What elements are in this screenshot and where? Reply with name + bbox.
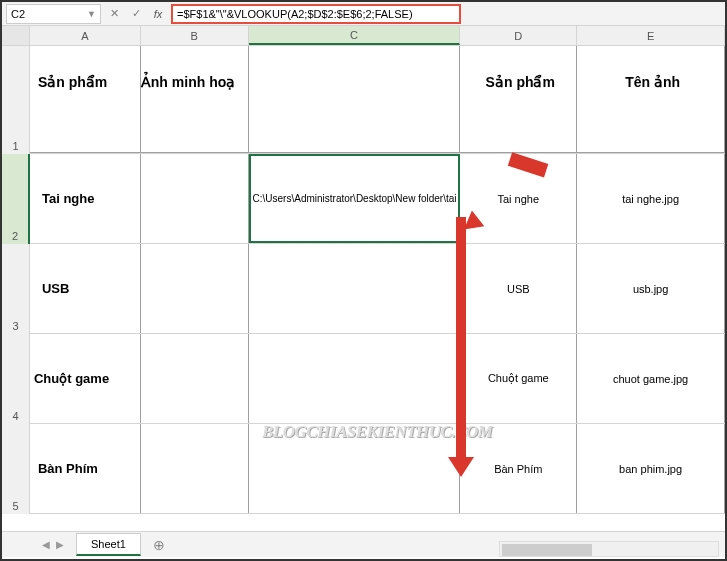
col-header-E[interactable]: E: [577, 26, 725, 45]
cell-B4[interactable]: [141, 334, 249, 423]
cell-B2[interactable]: [141, 154, 249, 243]
table-row: 3 USB USB usb.jpg: [2, 244, 725, 334]
cell-B5[interactable]: [141, 424, 249, 513]
cell-C2[interactable]: C:\Users\Administrator\Desktop\New folde…: [249, 154, 461, 243]
table-row: 5 Bàn Phím Bàn Phím ban phim.jpg: [2, 424, 725, 514]
cell-A1[interactable]: Sản phẩm: [30, 46, 141, 153]
cancel-icon[interactable]: ✕: [105, 5, 123, 23]
grid-rows: 1 Sản phẩm Ảnh minh hoạ Sản phẩm Tên ảnh…: [2, 46, 725, 529]
table-row: 4 Chuột game Chuột game chuot game.jpg: [2, 334, 725, 424]
table-row: 2 Tai nghe C:\Users\Administrator\Deskto…: [2, 154, 725, 244]
chevron-down-icon[interactable]: ▼: [87, 9, 96, 19]
scrollbar-thumb[interactable]: [502, 544, 592, 556]
row-header-1[interactable]: 1: [2, 46, 30, 154]
cell-D5[interactable]: Bàn Phím: [460, 424, 577, 513]
table-row: 1 Sản phẩm Ảnh minh hoạ Sản phẩm Tên ảnh: [2, 46, 725, 154]
cell-E4[interactable]: chuot game.jpg: [577, 334, 725, 423]
cell-B3[interactable]: [141, 244, 249, 333]
arrow-head-icon: [448, 457, 474, 477]
name-box[interactable]: C2 ▼: [6, 4, 101, 24]
select-all-corner[interactable]: [2, 26, 30, 45]
cell-D4[interactable]: Chuột game: [460, 334, 577, 423]
sheet-tab[interactable]: Sheet1: [76, 533, 141, 556]
fill-handle[interactable]: [455, 238, 460, 243]
formula-input[interactable]: =$F$1&"\"&VLOOKUP(A2;$D$2:$E$6;2;FALSE): [171, 4, 461, 24]
col-header-B[interactable]: B: [141, 26, 249, 45]
add-sheet-button[interactable]: ⊕: [149, 535, 169, 555]
enter-icon[interactable]: ✓: [127, 5, 145, 23]
cell-E3[interactable]: usb.jpg: [577, 244, 725, 333]
spreadsheet-grid: A B C D E 1 Sản phẩm Ảnh minh hoạ Sản ph…: [2, 26, 725, 529]
col-header-C[interactable]: C: [249, 26, 461, 45]
cell-C3[interactable]: [249, 244, 461, 333]
fx-icon[interactable]: fx: [149, 5, 167, 23]
row-header-3[interactable]: 3: [2, 244, 30, 334]
cell-value: C:\Users\Administrator\Desktop\New folde…: [253, 193, 457, 204]
horizontal-scrollbar[interactable]: [499, 541, 719, 557]
cell-C5[interactable]: [249, 424, 461, 513]
formula-text: =$F$1&"\"&VLOOKUP(A2;$D$2:$E$6;2;FALSE): [177, 8, 413, 20]
cell-D1[interactable]: Sản phẩm: [460, 46, 577, 153]
cell-A3[interactable]: USB: [30, 244, 141, 333]
tab-nav-arrows[interactable]: ◀ ▶: [32, 539, 74, 550]
cell-E2[interactable]: tai nghe.jpg: [577, 154, 725, 243]
chevron-left-icon[interactable]: ◀: [42, 539, 50, 550]
cell-C4[interactable]: [249, 334, 461, 423]
cell-E5[interactable]: ban phim.jpg: [577, 424, 725, 513]
col-header-D[interactable]: D: [460, 26, 577, 45]
chevron-right-icon[interactable]: ▶: [56, 539, 64, 550]
name-box-value: C2: [11, 8, 25, 20]
row-header-5[interactable]: 5: [2, 424, 30, 514]
cell-A5[interactable]: Bàn Phím: [30, 424, 141, 513]
cell-C1[interactable]: [249, 46, 461, 153]
col-header-A[interactable]: A: [30, 26, 141, 45]
cell-D3[interactable]: USB: [460, 244, 577, 333]
cell-A4[interactable]: Chuột game: [30, 334, 141, 423]
cell-E1[interactable]: Tên ảnh: [577, 46, 725, 153]
row-header-4[interactable]: 4: [2, 334, 30, 424]
cell-B1[interactable]: Ảnh minh hoạ: [141, 46, 249, 153]
row-header-2[interactable]: 2: [2, 154, 30, 244]
cell-A2[interactable]: Tai nghe: [30, 154, 141, 243]
formula-bar: C2 ▼ ✕ ✓ fx =$F$1&"\"&VLOOKUP(A2;$D$2:$E…: [2, 2, 725, 26]
column-headers: A B C D E: [2, 26, 725, 46]
